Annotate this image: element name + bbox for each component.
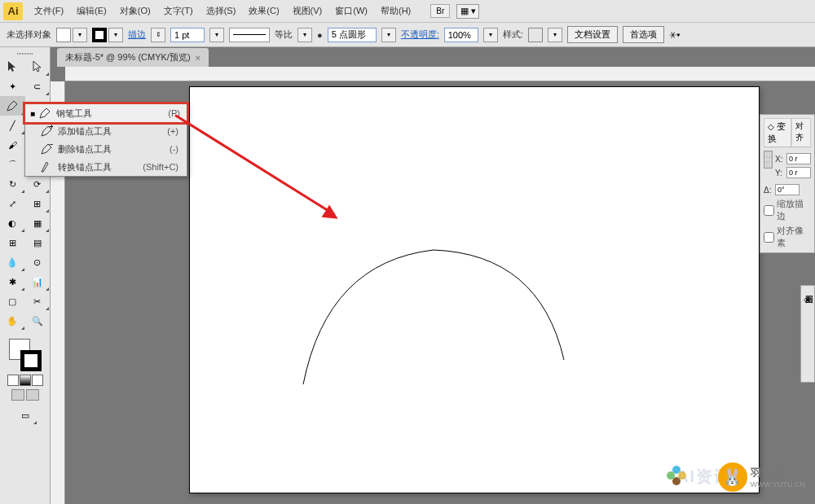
pen-tool[interactable] bbox=[0, 96, 25, 116]
color-mode-gradient[interactable] bbox=[20, 375, 31, 386]
layers-panel[interactable]: 图层 👁 bbox=[800, 285, 815, 383]
scale-label: 等比 bbox=[275, 28, 293, 41]
opacity-input[interactable] bbox=[444, 28, 478, 42]
artboard-tool[interactable]: ▢ bbox=[0, 291, 25, 311]
stroke-swatch[interactable] bbox=[92, 28, 107, 42]
shape-builder-tool[interactable]: ◐ bbox=[0, 213, 25, 233]
mesh-tool[interactable]: ⊞ bbox=[0, 233, 25, 252]
brush-dropdown[interactable]: ▾ bbox=[381, 28, 396, 42]
watermark-logo-block: 🐰 羽兔网 WWW.YUTU.CN bbox=[718, 462, 806, 492]
fill-swatch[interactable] bbox=[56, 28, 71, 42]
flyout-item-shortcut: (+) bbox=[167, 126, 182, 136]
transform-panel: ◇ 变换 对齐 X: Y: Δ: 缩放描边 对齐像素 bbox=[760, 114, 815, 253]
document-tab-bar: 未标题-5* @ 99% (CMYK/预览) × bbox=[51, 47, 815, 67]
screen-mode-normal[interactable] bbox=[11, 389, 24, 401]
stroke-dropdown[interactable]: ▾ bbox=[108, 28, 123, 42]
stroke-color-box[interactable] bbox=[20, 350, 42, 371]
screen-mode-full[interactable] bbox=[26, 389, 39, 401]
perspective-tool[interactable]: ▦ bbox=[25, 213, 51, 233]
scale-dropdown[interactable]: ▾ bbox=[297, 28, 312, 42]
menu-object[interactable]: 对象(O) bbox=[113, 2, 157, 20]
color-mode-solid[interactable] bbox=[7, 375, 19, 386]
preferences-button[interactable]: 首选项 bbox=[623, 26, 664, 43]
artboard[interactable] bbox=[189, 86, 760, 493]
stroke-link[interactable]: 描边 bbox=[128, 28, 146, 41]
magic-wand-tool[interactable]: ✦ bbox=[0, 77, 25, 96]
convert-anchor-icon bbox=[38, 160, 55, 173]
transform-tab[interactable]: ◇ 变换 bbox=[764, 118, 791, 147]
menu-type[interactable]: 文字(T) bbox=[157, 2, 200, 20]
workspace-switcher[interactable]: ▦ ▾ bbox=[456, 4, 479, 19]
fill-dropdown[interactable]: ▾ bbox=[73, 28, 87, 42]
zoom-tool[interactable]: 🔍 bbox=[25, 311, 51, 331]
watermark-rabbit-icon: 🐰 bbox=[718, 462, 747, 492]
blend-tool[interactable]: ⊙ bbox=[25, 252, 51, 272]
change-screen-mode[interactable]: ▭ bbox=[12, 405, 37, 425]
direct-selection-tool[interactable] bbox=[25, 57, 51, 77]
stroke-weight-input[interactable] bbox=[170, 28, 205, 42]
flyout-item-label: 删除锚点工具 bbox=[55, 143, 170, 156]
document-setup-button[interactable]: 文档设置 bbox=[567, 26, 618, 43]
reference-point-selector[interactable] bbox=[764, 151, 773, 169]
angle-label: Δ: bbox=[764, 186, 773, 195]
style-dropdown[interactable]: ▾ bbox=[548, 28, 562, 42]
horizontal-ruler[interactable] bbox=[65, 67, 815, 81]
eyedropper-tool[interactable]: 💧 bbox=[0, 252, 25, 272]
slice-tool[interactable]: ✂ bbox=[25, 291, 51, 311]
menubar: Ai 文件(F) 编辑(E) 对象(O) 文字(T) 选择(S) 效果(C) 视… bbox=[0, 0, 815, 23]
paintbrush-tool[interactable]: 🖌 bbox=[0, 135, 25, 155]
document-tab[interactable]: 未标题-5* @ 99% (CMYK/预览) × bbox=[57, 48, 209, 67]
flyout-pen-tool[interactable]: ■ 钢笔工具 (P) bbox=[23, 102, 189, 125]
flyout-item-label: 钢笔工具 bbox=[53, 107, 168, 120]
tool-panel-handle[interactable] bbox=[0, 50, 50, 57]
lasso-tool[interactable]: ⊂ bbox=[25, 77, 51, 96]
stroke-profile-preview[interactable] bbox=[229, 28, 270, 42]
bridge-button[interactable]: Br bbox=[430, 4, 450, 18]
menu-view[interactable]: 视图(V) bbox=[286, 2, 329, 20]
svg-text:+: + bbox=[49, 125, 53, 131]
app-logo: Ai bbox=[3, 2, 23, 20]
pen-minus-icon: − bbox=[38, 142, 55, 156]
flyout-convert-anchor-tool[interactable]: 转换锚点工具 (Shift+C) bbox=[25, 158, 187, 176]
scale-strokes-checkbox[interactable]: 缩放描边 bbox=[764, 198, 811, 222]
tab-close-button[interactable]: × bbox=[196, 53, 200, 63]
menu-window[interactable]: 窗口(W) bbox=[328, 2, 374, 20]
y-label: Y: bbox=[775, 169, 785, 177]
opacity-dropdown[interactable]: ▾ bbox=[483, 28, 498, 42]
stroke-weight-dropdown[interactable]: ▾ bbox=[209, 28, 224, 42]
menu-file[interactable]: 文件(F) bbox=[28, 2, 70, 20]
selection-tool[interactable] bbox=[0, 57, 25, 77]
stroke-stepper[interactable]: ⇕ bbox=[151, 28, 165, 42]
gradient-tool[interactable]: ▤ bbox=[25, 233, 51, 252]
y-input[interactable] bbox=[786, 167, 811, 178]
fill-stroke-selector[interactable] bbox=[9, 339, 42, 371]
color-mode-none[interactable] bbox=[32, 375, 43, 386]
flyout-add-anchor-tool[interactable]: + 添加锚点工具 (+) bbox=[25, 122, 187, 140]
reflect-tool[interactable]: ⟳ bbox=[25, 174, 51, 194]
flyout-item-label: 添加锚点工具 bbox=[55, 125, 167, 138]
width-tool[interactable]: ⊞ bbox=[25, 194, 51, 213]
column-graph-tool[interactable]: 📊 bbox=[25, 272, 51, 291]
menu-help[interactable]: 帮助(H) bbox=[374, 2, 417, 20]
scale-tool[interactable]: ⤢ bbox=[0, 194, 25, 213]
brush-profile-input[interactable] bbox=[328, 28, 377, 42]
menu-effect[interactable]: 效果(C) bbox=[242, 2, 285, 20]
brush-bullet: ● bbox=[317, 30, 323, 40]
align-tab[interactable]: 对齐 bbox=[791, 118, 811, 147]
line-tool[interactable]: ╱ bbox=[0, 116, 25, 135]
selected-bullet-icon: ■ bbox=[29, 109, 37, 118]
x-input[interactable] bbox=[786, 153, 811, 164]
symbol-sprayer-tool[interactable]: ✱ bbox=[0, 272, 25, 291]
menu-edit[interactable]: 编辑(E) bbox=[70, 2, 113, 20]
rotate-tool[interactable]: ↻ bbox=[0, 174, 25, 194]
blob-brush-tool[interactable]: ⌒ bbox=[0, 155, 25, 174]
flyout-delete-anchor-tool[interactable]: − 删除锚点工具 (-) bbox=[25, 140, 187, 158]
opacity-link[interactable]: 不透明度: bbox=[401, 28, 439, 41]
flyout-item-shortcut: (-) bbox=[170, 144, 182, 154]
hand-tool[interactable]: ✋ bbox=[0, 311, 25, 331]
angle-input[interactable] bbox=[775, 184, 800, 195]
extras-icon[interactable]: ⚹▾ bbox=[669, 29, 681, 40]
align-pixel-checkbox[interactable]: 对齐像素 bbox=[764, 225, 811, 249]
menu-select[interactable]: 选择(S) bbox=[200, 2, 243, 20]
style-swatch[interactable] bbox=[528, 28, 543, 42]
